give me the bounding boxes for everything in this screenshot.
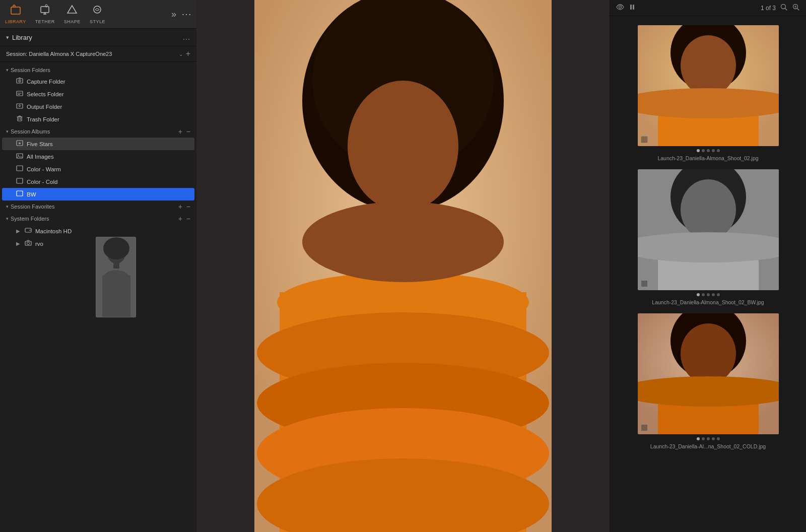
thumb-1-dots <box>697 149 720 152</box>
bw-hover-preview <box>96 237 136 317</box>
color-warm-label: Color - Warm <box>27 166 188 172</box>
thumb-3-svg <box>638 313 779 434</box>
svg-rect-40 <box>630 5 632 10</box>
thumb-2-name: Launch-23_Daniella-Almona_Shoot_02_BW.jp… <box>652 299 764 305</box>
library-header: ▾ Library … <box>0 29 196 46</box>
svg-point-13 <box>18 155 19 156</box>
session-albums-add-icon[interactable]: + <box>178 127 182 136</box>
tree-item-macintosh-hd[interactable]: ▶ Macintosh HD <box>2 225 194 237</box>
selects-folder-label: Selects Folder <box>27 91 188 97</box>
svg-rect-16 <box>17 191 23 196</box>
system-folders-actions: + − <box>178 215 190 223</box>
tree-item-output[interactable]: Output Folder <box>2 100 194 113</box>
library-toggle-icon[interactable]: ▾ <box>6 34 9 41</box>
shape-icon <box>66 4 78 18</box>
session-albums-remove-icon[interactable]: − <box>186 127 190 136</box>
bw-label: BW <box>27 191 188 197</box>
tree-item-color-cold[interactable]: Color - Cold <box>2 175 194 188</box>
svg-point-42 <box>781 5 786 9</box>
main-photo-svg <box>254 0 552 532</box>
session-selector[interactable]: Session: Daniella Almona X CaptureOne23 … <box>0 46 196 62</box>
thumb-1-dot-2 <box>702 149 705 152</box>
macintosh-hd-label: Macintosh HD <box>35 228 188 234</box>
session-name: Session: Daniella Almona X CaptureOne23 <box>6 51 176 57</box>
rvo-toggle-icon: ▶ <box>16 241 20 246</box>
thumb-2-checkbox[interactable] <box>641 280 648 287</box>
session-favorites-header[interactable]: ▾ Session Favorites + − <box>0 201 196 213</box>
session-albums-toggle-icon: ▾ <box>6 129 9 134</box>
style-icon <box>92 4 103 18</box>
toolbar-tether-label: TETHER <box>35 19 55 24</box>
color-warm-icon <box>16 165 23 173</box>
library-menu-icon[interactable]: … <box>182 33 190 42</box>
thumb-3-dot-5 <box>717 437 720 440</box>
toolbar-shape[interactable]: SHAPE <box>64 4 81 24</box>
zoom-icon[interactable] <box>792 3 800 13</box>
system-folders-label: System Folders <box>11 216 176 222</box>
session-albums-actions: + − <box>178 127 190 136</box>
thumb-3-name: Launch-23_Daniella-Al...na_Shoot_02_COLD… <box>650 443 766 449</box>
session-favorites-toggle-icon: ▾ <box>6 204 9 209</box>
thumbnail-item-3[interactable]: Launch-23_Daniella-Al...na_Shoot_02_COLD… <box>610 309 806 453</box>
library-icon <box>10 4 21 18</box>
pause-icon[interactable] <box>628 3 636 13</box>
system-folders-remove-icon[interactable]: − <box>186 215 190 223</box>
session-favorites-add-icon[interactable]: + <box>178 203 182 211</box>
thumb-1-svg <box>638 25 779 146</box>
svg-point-58 <box>681 323 736 384</box>
bw-hover-preview-inner <box>96 237 136 317</box>
thumb-1-dot-4 <box>712 149 715 152</box>
all-images-icon <box>16 152 23 161</box>
session-folders-toggle-icon: ▾ <box>6 68 9 73</box>
thumbnail-item-1[interactable]: Launch-23_Daniella-Almona_Shoot_02.jpg <box>610 21 806 165</box>
thumb-3-checkbox[interactable] <box>641 424 648 431</box>
thumb-frame-2 <box>638 169 779 290</box>
toolbar-menu-icon: ⋯ <box>181 8 191 20</box>
session-folders-header[interactable]: ▾ Session Folders <box>0 65 196 75</box>
thumb-3-dot-2 <box>702 437 705 440</box>
session-favorites-remove-icon[interactable]: − <box>186 203 190 211</box>
svg-point-49 <box>638 88 779 118</box>
tree-item-capture[interactable]: Capture Folder <box>2 75 194 88</box>
main-viewer: © DANIELLA ALMONA <box>196 0 610 532</box>
svg-point-19 <box>103 237 129 259</box>
session-add-button[interactable]: + <box>186 49 190 58</box>
search-icon[interactable] <box>780 3 788 13</box>
selects-folder-icon <box>16 90 23 98</box>
tree-item-trash[interactable]: Trash Folder <box>2 113 194 125</box>
thumb-3-dots <box>697 437 720 440</box>
svg-point-4 <box>94 6 101 13</box>
tree-item-bw[interactable]: BW <box>2 188 194 201</box>
bw-icon <box>16 190 23 198</box>
thumb-1-dot-1 <box>697 149 700 152</box>
toolbar-style[interactable]: STYLE <box>90 4 105 24</box>
toolbar-library[interactable]: LIBRARY <box>5 4 26 24</box>
toolbar-style-label: STYLE <box>90 19 105 24</box>
svg-rect-14 <box>17 166 23 171</box>
thumbnail-item-2[interactable]: Launch-23_Daniella-Almona_Shoot_02_BW.jp… <box>610 165 806 309</box>
tree-item-five-stars[interactable]: Five Stars <box>2 138 194 150</box>
session-albums-header[interactable]: ▾ Session Albums + − <box>0 125 196 138</box>
thumb-1-dot-3 <box>707 149 710 152</box>
trash-folder-icon <box>16 115 23 123</box>
svg-point-24 <box>30 230 31 231</box>
tree: ▾ Session Folders Capture Folder <box>0 62 196 532</box>
system-folders-add-icon[interactable]: + <box>178 215 182 223</box>
toolbar-tether[interactable]: TETHER <box>35 4 55 24</box>
eye-icon[interactable] <box>616 3 624 13</box>
tree-item-all-images[interactable]: All Images <box>2 150 194 163</box>
session-chevron-icon[interactable]: ⌄ <box>179 51 183 57</box>
output-folder-icon <box>16 102 23 111</box>
system-folders-header[interactable]: ▾ System Folders + − <box>0 213 196 225</box>
thumb-1-checkbox[interactable] <box>641 136 648 143</box>
macintosh-hd-toggle-icon: ▶ <box>16 228 20 234</box>
main-photo: © DANIELLA ALMONA <box>254 0 552 532</box>
toolbar-expand[interactable]: » ⋯ <box>171 8 191 20</box>
svg-rect-10 <box>18 117 22 121</box>
tree-item-selects[interactable]: Selects Folder <box>2 88 194 100</box>
thumb-2-dots <box>697 293 720 296</box>
tree-item-color-warm[interactable]: Color - Warm <box>2 163 194 175</box>
svg-rect-20 <box>113 262 119 269</box>
thumb-2-dot-1 <box>697 293 700 296</box>
output-folder-label: Output Folder <box>27 104 188 110</box>
